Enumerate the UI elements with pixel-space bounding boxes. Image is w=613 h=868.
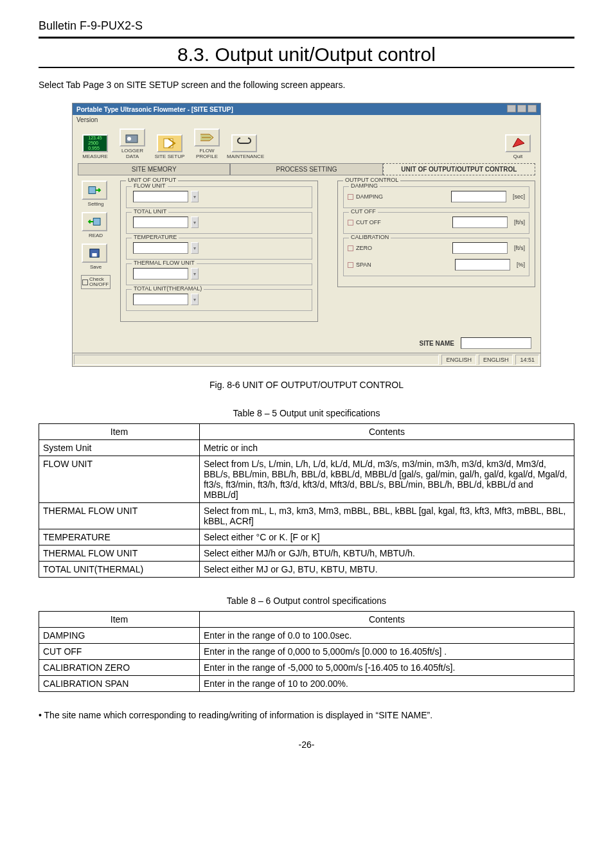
chevron-down-icon[interactable]: ▾ [191, 217, 199, 228]
damping-input[interactable] [451, 191, 506, 202]
table-row: FLOW UNITSelect from L/s, L/min, L/h, L/… [39, 456, 574, 503]
cell-item: FLOW UNIT [39, 456, 200, 503]
cutoff-input[interactable] [452, 217, 508, 228]
svg-point-1 [127, 137, 131, 141]
damping-group: DAMPING DAMPING[sec] [343, 186, 529, 208]
table-output-unit: Item Contents System UnitMetric or inchF… [39, 423, 574, 578]
table2-caption: Table 8 – 6 Output control specification… [39, 596, 574, 606]
page: Bulletin F-9-PUX2-S 8.3. Output unit/Out… [0, 0, 613, 769]
total-unit-group: TOTAL UNIT ▾ [126, 212, 312, 234]
site-name-input[interactable] [461, 337, 531, 349]
cell-item: CALIBRATION SPAN [39, 676, 200, 692]
flowprofile-button[interactable]: FLOW PROFILE [190, 128, 224, 159]
cell-contents: Select from L/s, L/min, L/h, L/d, kL/d, … [199, 456, 574, 503]
rule-top [39, 37, 574, 39]
cell-contents: Enter in the range of 10 to 200.00%. [199, 676, 574, 692]
tab-process-setting[interactable]: PROCESS SETTING [230, 163, 382, 175]
check-onoff[interactable]: Check ON/OFF [81, 275, 111, 289]
intro-text: Select Tab Page 3 on SITE SETUP screen a… [39, 80, 574, 90]
output-control-group: OUTPUT CONTROL DAMPING DAMPING[sec] CUT … [337, 181, 535, 287]
menu-bar: Version [73, 115, 540, 125]
table-row: DAMPINGEnter in the range of 0.0 to 100.… [39, 628, 574, 644]
cell-item: CALIBRATION ZERO [39, 660, 200, 676]
window-title: Portable Type Ultrasonic Flowmeter - [SI… [76, 106, 233, 113]
tab-site-memory[interactable]: SITE MEMORY [78, 163, 230, 175]
setting-button[interactable]: Setting [82, 181, 110, 207]
chevron-down-icon[interactable]: ▾ [191, 191, 199, 202]
read-icon [82, 212, 107, 231]
cell-item: TOTAL UNIT(THERMAL) [39, 562, 200, 578]
table-output-control: Item Contents DAMPINGEnter in the range … [39, 611, 574, 692]
main-toolbar: 123.4525000.955 MEASURE LOGGER DATA SITE… [73, 125, 540, 163]
figure-caption: Fig. 8-6 UNIT OF OUTPUT/OUTPUT CONTROL [39, 380, 574, 390]
temperature-select[interactable] [133, 242, 188, 254]
thermal-flow-select[interactable] [133, 268, 188, 279]
chevron-down-icon[interactable]: ▾ [191, 294, 199, 305]
tab-row: SITE MEMORY PROCESS SETTING UNIT OF OUTP… [73, 163, 540, 175]
cell-item: THERMAL FLOW UNIT [39, 545, 200, 562]
sitesetup-icon [157, 134, 182, 152]
zero-input[interactable] [452, 242, 508, 254]
tab-output-control[interactable]: UNIT OF OUTPUT/OUTPUT CONTROL [383, 163, 535, 175]
status-lang2: ENGLISH [479, 355, 513, 365]
chevron-down-icon[interactable]: ▾ [191, 242, 199, 254]
measure-button[interactable]: 123.4525000.955 MEASURE [78, 134, 112, 159]
status-time: 14:51 [515, 355, 539, 365]
minimize-icon[interactable] [507, 105, 516, 112]
table-row: TEMPERATURESelect either °C or K. [F or … [39, 529, 574, 545]
cell-contents: Select from mL, L, m3, km3, Mm3, mBBL, B… [199, 503, 574, 529]
close-icon[interactable] [528, 105, 537, 112]
table-row: THERMAL FLOW UNITSelect from mL, L, m3, … [39, 503, 574, 529]
maximize-icon[interactable] [517, 105, 526, 112]
site-name-row: SITE NAME [73, 331, 540, 353]
section-title: 8.3. Output unit/Output control [39, 44, 574, 66]
table-row: CALIBRATION SPANEnter in the range of 10… [39, 676, 574, 692]
cell-item: THERMAL FLOW UNIT [39, 503, 200, 529]
th-contents: Contents [199, 424, 574, 440]
calibration-group: CALIBRATION ZERO[ft/s] SPAN[%] [343, 238, 529, 276]
cell-contents: Enter in the range of 0.0 to 100.0sec. [199, 628, 574, 644]
save-icon [82, 244, 107, 263]
window-titlebar: Portable Type Ultrasonic Flowmeter - [SI… [73, 103, 540, 115]
th-item: Item [39, 424, 200, 440]
cell-item: DAMPING [39, 628, 200, 644]
flow-unit-group: FLOW UNIT ▾ [126, 186, 312, 208]
save-button[interactable]: Save [82, 244, 110, 270]
svg-rect-6 [92, 253, 96, 256]
logger-button[interactable]: LOGGER DATA [115, 128, 150, 159]
left-column: UNIT OF OUTPUT FLOW UNIT ▾ TOTAL UNIT ▾ … [120, 181, 318, 326]
total-unit-select[interactable] [133, 217, 188, 228]
app-window: Portable Type Ultrasonic Flowmeter - [SI… [72, 103, 541, 367]
status-lang1: ENGLISH [441, 355, 476, 365]
maintenance-icon [231, 134, 257, 152]
thermal-flow-group: THERMAL FLOW UNIT ▾ [126, 263, 312, 285]
total-thermal-select[interactable] [133, 294, 188, 305]
quit-button[interactable]: Quit [501, 134, 535, 159]
checkbox-icon [82, 279, 88, 285]
unit-of-output-group: UNIT OF OUTPUT FLOW UNIT ▾ TOTAL UNIT ▾ … [120, 181, 318, 322]
cell-contents: Select either MJ or GJ, BTU, KBTU, MBTU. [199, 562, 574, 578]
read-button[interactable]: READ [82, 212, 110, 238]
status-bar: ENGLISH ENGLISH 14:51 [73, 353, 540, 366]
right-column: OUTPUT CONTROL DAMPING DAMPING[sec] CUT … [337, 181, 535, 326]
table-row: CUT OFFEnter in the range of 0,000 to 5,… [39, 644, 574, 660]
menu-version[interactable]: Version [76, 116, 98, 123]
table-row: System UnitMetric or inch [39, 440, 574, 456]
side-toolbar: Setting READ Save Check ON/OFF [78, 181, 114, 326]
th-item: Item [39, 612, 200, 628]
maintenance-button[interactable]: MAINTENANCE [227, 134, 262, 159]
table-row: THERMAL FLOW UNITSelect either MJ/h or G… [39, 545, 574, 562]
sitesetup-button[interactable]: SITE SETUP [152, 134, 187, 159]
table-row: TOTAL UNIT(THERMAL)Select either MJ or G… [39, 562, 574, 578]
cutoff-group: CUT OFF CUT OFF[ft/s] [343, 212, 529, 234]
span-input[interactable] [455, 259, 510, 270]
quit-icon [505, 134, 531, 152]
cell-contents: Select either MJ/h or GJ/h, BTU/h, KBTU/… [199, 545, 574, 562]
chevron-down-icon[interactable]: ▾ [191, 268, 199, 279]
flow-unit-select[interactable] [133, 191, 188, 202]
bulletin-id: Bulletin F-9-PUX2-S [39, 19, 574, 33]
logger-icon [120, 128, 145, 146]
cell-contents: Enter in the range of 0,000 to 5,000m/s … [199, 644, 574, 660]
footnote: The site name which corresponding to rea… [39, 710, 574, 720]
flowprofile-icon [194, 128, 220, 146]
